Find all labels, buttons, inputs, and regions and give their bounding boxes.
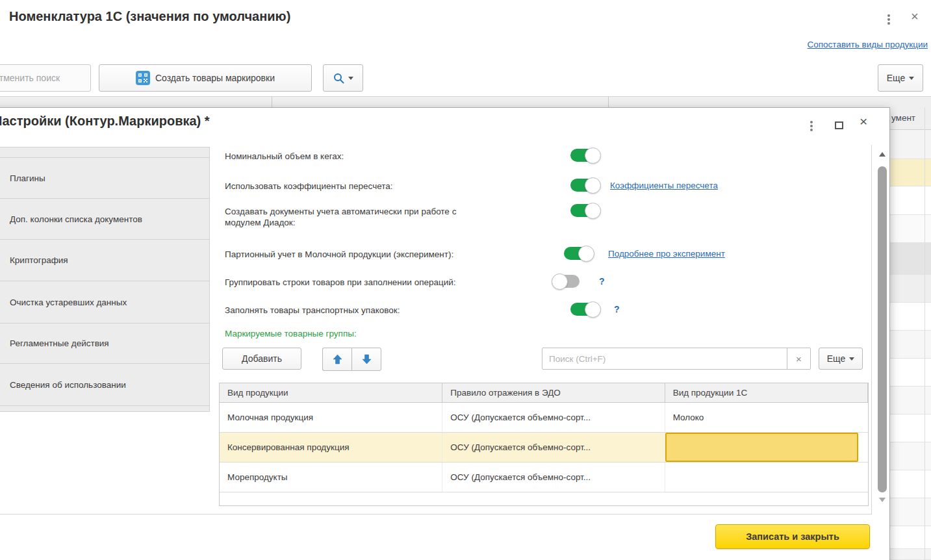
toggle-knob (585, 177, 601, 194)
create-marking-goods-label: Создать товары маркировки (155, 73, 275, 83)
cell-product-type-1c[interactable] (665, 433, 868, 462)
active-cell[interactable] (665, 433, 858, 462)
cancel-search-label: Отменить поиск (0, 73, 60, 83)
scrollbar-up-icon[interactable] (879, 152, 886, 157)
toggle-knob (585, 147, 601, 164)
table-more-label: Еще (827, 353, 846, 364)
setting-label-auto-documents: Создавать документы учета автоматически … (225, 206, 478, 228)
cell-edo-rule[interactable]: ОСУ (Допускается объемно-сорт... (442, 463, 665, 492)
dropdown-caret-icon (849, 357, 854, 361)
product-groups-table: Вид продукции Правило отражения в ЭДО Ви… (219, 383, 869, 506)
link-experiment-details[interactable]: Подробнее про эксперимент (608, 249, 725, 259)
window-close-button[interactable]: × (911, 10, 919, 22)
background-column-line (925, 107, 925, 560)
sidebar-item-label: Регламентные действия (10, 338, 109, 348)
sidebar-item-label: Сведения об использовании (10, 380, 126, 390)
column-header[interactable]: Вид продукции (220, 383, 442, 402)
toggle-keg-volume[interactable] (570, 149, 596, 162)
sidebar-item-extra-columns[interactable]: Доп. колонки списка документов (0, 199, 209, 240)
qr-code-icon (136, 71, 150, 85)
search-icon (333, 73, 344, 84)
setting-label-conversion-factors: Использовать коэффициенты пересчета: (225, 181, 393, 192)
sidebar-item-label: Плагины (10, 173, 45, 183)
move-buttons (322, 348, 381, 370)
cancel-search-button[interactable]: Отменить поиск (0, 64, 91, 92)
sidebar-item-scheduled-actions[interactable]: Регламентные действия (0, 324, 209, 364)
toggle-conversion-factors[interactable] (570, 179, 596, 192)
panel-border (0, 514, 872, 515)
column-separator (272, 97, 272, 107)
background-more-label: Еще (887, 73, 906, 83)
search-input[interactable] (542, 348, 787, 369)
dropdown-caret-icon (348, 77, 353, 80)
setting-label-transport-packages: Заполнять товары транспортных упаковок: (225, 305, 400, 316)
sidebar-item-partial[interactable] (0, 147, 209, 158)
kebab-icon (887, 14, 890, 17)
toggle-group-rows[interactable] (554, 275, 580, 288)
table-row-empty (220, 492, 868, 505)
dialog-menu-button[interactable] (810, 121, 813, 133)
create-marking-goods-button[interactable]: Создать товары маркировки (99, 64, 312, 92)
background-table-header (0, 96, 931, 108)
toggle-knob (578, 246, 594, 262)
toggle-knob (585, 203, 601, 219)
table-row-selected[interactable]: Консервированная продукция ОСУ (Допускае… (220, 433, 868, 463)
background-more-button[interactable]: Еще (878, 64, 923, 92)
add-button-label: Добавить (242, 353, 282, 364)
column-header[interactable]: Правило отражения в ЭДО (442, 383, 665, 402)
sidebar-item-label: Криптография (10, 255, 68, 265)
setting-label-batch-accounting: Партионный учет в Молочной продукции (эк… (225, 249, 453, 260)
toggle-batch-accounting[interactable] (564, 247, 590, 260)
table-more-button[interactable]: Еще (819, 348, 863, 370)
table-row[interactable]: Молочная продукция ОСУ (Допускается объе… (220, 403, 868, 433)
table-search-group: × (542, 348, 811, 370)
cell-product-type-1c[interactable]: Молоко (665, 403, 868, 432)
cell-product-type[interactable]: Молочная продукция (220, 403, 442, 432)
sidebar-item-partial[interactable] (0, 406, 209, 416)
cell-product-type-1c[interactable] (665, 463, 868, 492)
move-down-button[interactable] (351, 348, 381, 371)
dialog-scrollbar-thumb[interactable] (878, 166, 887, 492)
column-header[interactable]: Вид продукции 1С (665, 383, 868, 402)
table-row[interactable]: Морепродукты ОСУ (Допускается объемно-со… (220, 463, 868, 492)
table-header-row: Вид продукции Правило отражения в ЭДО Ви… (220, 383, 868, 403)
link-conversion-factors[interactable]: Коэффициенты пересчета (610, 181, 718, 190)
scrollbar-down-icon[interactable] (879, 498, 886, 502)
settings-dialog: Настройки (Контур.Маркировка) * × Плагин… (0, 107, 890, 560)
save-and-close-button[interactable]: Записать и закрыть (715, 524, 870, 549)
save-and-close-label: Записать и закрыть (746, 531, 839, 542)
compare-product-types-link[interactable]: Сопоставить виды продукции (808, 40, 928, 49)
sidebar-item-cryptography[interactable]: Криптография (0, 240, 209, 281)
marked-groups-label: Маркируемые товарные группы: (225, 329, 357, 338)
column-separator (608, 97, 609, 107)
toggle-auto-documents[interactable] (570, 204, 596, 217)
arrow-up-icon (333, 354, 342, 364)
search-dropdown-button[interactable] (323, 64, 363, 92)
help-transport-packages[interactable]: ? (614, 304, 620, 314)
dialog-maximize-button[interactable] (835, 121, 843, 129)
cell-product-type[interactable]: Морепродукты (220, 463, 442, 492)
toggle-knob (585, 301, 601, 318)
dialog-close-button[interactable]: × (860, 115, 867, 128)
panel-border (871, 145, 872, 514)
sidebar-item-usage-info[interactable]: Сведения об использовании (0, 364, 209, 406)
settings-sidebar: Плагины Доп. колонки списка документов К… (0, 147, 210, 412)
arrow-down-icon (362, 354, 372, 364)
setting-label-keg-volume: Номинальный объем в кегах: (225, 151, 344, 162)
sidebar-item-label: Доп. колонки списка документов (10, 214, 142, 224)
move-up-button[interactable] (322, 348, 351, 371)
dropdown-caret-icon (909, 77, 914, 80)
sidebar-item-data-cleanup[interactable]: Очистка устаревших данных (0, 281, 209, 324)
cell-product-type[interactable]: Консервированная продукция (220, 433, 442, 462)
kebab-icon (810, 121, 813, 123)
cell-edo-rule[interactable]: ОСУ (Допускается объемно-сорт... (442, 433, 665, 462)
search-clear-button[interactable]: × (787, 348, 810, 369)
toggle-transport-packages[interactable] (570, 303, 596, 316)
dialog-title: Настройки (Контур.Маркировка) * (0, 114, 210, 129)
cell-edo-rule[interactable]: ОСУ (Допускается объемно-сорт... (442, 403, 665, 432)
page-title: Номенклатура 1С (значения по умолчанию) (9, 9, 290, 24)
help-group-rows[interactable]: ? (599, 276, 605, 286)
window-menu-button[interactable] (887, 14, 890, 26)
add-button[interactable]: Добавить (222, 348, 301, 370)
sidebar-item-plugins[interactable]: Плагины (0, 158, 209, 199)
